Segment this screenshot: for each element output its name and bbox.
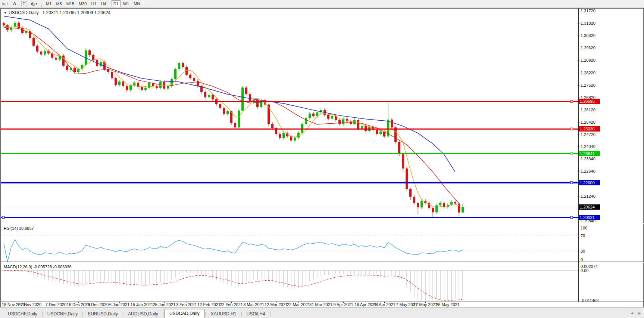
current-price-badge: 1.20624 xyxy=(579,204,600,210)
price-pane[interactable] xyxy=(1,9,578,223)
candle-body xyxy=(282,133,285,138)
candle-body xyxy=(279,134,281,138)
candle-body xyxy=(141,87,143,90)
line-drag-handle[interactable] xyxy=(2,216,4,219)
tab-divider: | xyxy=(269,310,271,318)
candle-body xyxy=(129,85,132,90)
candle-body xyxy=(189,75,191,78)
candle-body xyxy=(443,203,445,207)
candle xyxy=(282,132,285,140)
candle xyxy=(25,30,27,35)
candle xyxy=(200,84,203,93)
timeframe-h4-button[interactable]: H4 xyxy=(99,0,108,7)
tab-usdchf-daily[interactable]: USDCHF,Daily xyxy=(4,310,41,318)
candle-body xyxy=(398,142,400,154)
line-drag-handle[interactable] xyxy=(570,216,573,219)
tab-usdcnh-daily[interactable]: USDCNH,Daily xyxy=(43,310,82,318)
tab-audusd-daily[interactable]: AUDUSD,Daily xyxy=(124,310,162,318)
candle xyxy=(301,122,303,134)
timeframe-w1-button[interactable]: W1 xyxy=(121,0,131,7)
candle-body xyxy=(417,203,419,207)
candle xyxy=(331,114,333,120)
candle xyxy=(174,68,176,81)
candle xyxy=(44,49,46,56)
scroll-left-icon[interactable]: ◀ xyxy=(631,311,633,315)
scroll-right-icon[interactable]: ▶ xyxy=(638,311,641,315)
candle xyxy=(129,84,132,92)
line-drag-handle[interactable] xyxy=(570,182,573,184)
price-axis-tick xyxy=(578,85,579,86)
date-axis-label: 25 Dec 2020 xyxy=(85,302,109,307)
candle xyxy=(275,127,277,136)
price-axis-label: 1.24720 xyxy=(581,132,595,137)
line-drag-handle[interactable] xyxy=(570,100,573,102)
candle-body xyxy=(271,124,273,128)
timeframe-h1-button[interactable]: H1 xyxy=(90,0,99,7)
candle-body xyxy=(361,126,363,129)
candle-body xyxy=(174,69,176,79)
grid-icon-button[interactable] xyxy=(0,0,10,7)
candle-body xyxy=(462,207,464,213)
tab-xauusd-h1[interactable]: XAUUSD,H1 xyxy=(207,310,241,318)
candle xyxy=(111,70,113,80)
price-level-badge: 1.26595 xyxy=(579,99,600,104)
text-label-button[interactable]: T xyxy=(19,0,28,7)
price-axis-tick xyxy=(578,35,579,36)
candle xyxy=(171,77,173,87)
timeframe-mn-button[interactable]: MN xyxy=(132,0,142,7)
candle xyxy=(193,76,195,82)
tab-usoil-h4[interactable]: USOil,H4 xyxy=(243,310,269,318)
candle-body xyxy=(193,78,195,81)
line-drag-handle[interactable] xyxy=(570,152,573,155)
candle-body xyxy=(301,124,303,133)
timeframe-m30-button[interactable]: M30 xyxy=(77,0,88,7)
candle xyxy=(234,121,236,129)
pane-separator[interactable] xyxy=(1,223,644,224)
candle-body xyxy=(55,58,57,59)
rsi-pane[interactable] xyxy=(1,225,578,262)
candle-body xyxy=(208,95,210,97)
candle-body xyxy=(402,154,404,169)
macd-pane[interactable] xyxy=(1,263,578,302)
timeframe-m1-button[interactable]: M1 xyxy=(44,0,53,7)
candle xyxy=(133,81,135,87)
chart-window: ▼ USDCAD,Daily 1.20311 1.20765 1.20309 1… xyxy=(0,8,644,307)
price-axis-label: 1.31020 xyxy=(581,21,595,25)
candle-body xyxy=(312,114,315,116)
candle-body xyxy=(212,95,214,99)
line-drag-handle[interactable] xyxy=(570,128,573,130)
collapse-arrow-icon[interactable]: ▼ xyxy=(4,11,7,15)
timeframe-m5-button[interactable]: M5 xyxy=(54,0,63,7)
candle-body xyxy=(66,66,68,70)
candle-body xyxy=(458,204,460,213)
candle xyxy=(435,204,438,214)
ohlc-values: 1.20311 1.20765 1.20309 1.20624 xyxy=(43,10,111,15)
pane-separator[interactable] xyxy=(1,262,644,263)
timeframe-d1-button[interactable]: D1 xyxy=(112,0,121,7)
tab-eurusd-daily[interactable]: EURUSD,Daily xyxy=(84,310,122,318)
candle-body xyxy=(379,132,382,134)
candle-body xyxy=(182,63,184,67)
cursor-a-icon: A xyxy=(13,1,16,6)
candle-body xyxy=(219,104,221,108)
candle-body xyxy=(118,81,121,85)
toolbar-grip[interactable] xyxy=(41,1,43,7)
price-axis-tick xyxy=(578,48,579,48)
cursor-button[interactable]: A xyxy=(10,0,19,7)
candle xyxy=(81,64,83,71)
macd-signal-line xyxy=(4,271,463,300)
candle xyxy=(100,60,102,67)
candle-body xyxy=(62,56,65,66)
candle-body xyxy=(88,50,91,55)
tab-usdcad-daily[interactable]: USDCAD,Daily xyxy=(164,309,205,318)
timeframe-m15-button[interactable]: M15 xyxy=(65,0,76,7)
objects-dropdown-button[interactable]: ▾ xyxy=(29,0,39,7)
price-axis-label: 1.29620 xyxy=(581,46,595,50)
candle xyxy=(118,80,121,87)
price-axis-label: 1.27520 xyxy=(581,83,595,87)
price-axis-tick xyxy=(578,146,579,147)
candle xyxy=(144,86,147,91)
candle xyxy=(432,207,434,217)
candle-body xyxy=(316,112,318,116)
date-axis-label: 12 Mar 2021 xyxy=(265,302,288,307)
